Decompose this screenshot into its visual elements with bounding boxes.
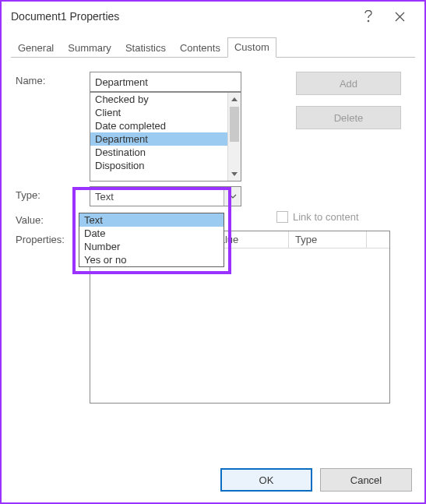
list-item[interactable]: Department — [90, 132, 227, 146]
help-icon — [364, 10, 373, 23]
name-col: Checked by Client Date completed Departm… — [90, 72, 241, 182]
close-button[interactable] — [384, 5, 415, 28]
scrollbar[interactable] — [227, 93, 241, 181]
tab-bar: General Summary Statistics Contents Cust… — [11, 37, 415, 58]
scroll-down-icon[interactable] — [228, 167, 241, 181]
dropdown-arrow[interactable] — [224, 187, 241, 206]
name-suggestion-list[interactable]: Checked by Client Date completed Departm… — [90, 92, 241, 182]
properties-dialog: Document1 Properties General Summary Sta… — [0, 0, 426, 504]
list-item[interactable]: Date completed — [90, 119, 227, 132]
chevron-down-icon — [229, 194, 237, 199]
type-row: Type: Text — [16, 186, 410, 206]
tab-custom[interactable]: Custom — [227, 37, 276, 58]
close-icon — [395, 12, 405, 22]
dropdown-item[interactable]: Yes or no — [79, 253, 224, 266]
list-item[interactable]: Checked by — [90, 93, 227, 106]
list-item[interactable]: Client — [90, 106, 227, 119]
help-button[interactable] — [353, 5, 384, 28]
dialog-buttons: OK Cancel — [220, 468, 412, 492]
link-to-content-label: Link to content — [293, 211, 359, 223]
add-button[interactable]: Add — [296, 72, 401, 95]
link-to-content-checkbox[interactable] — [276, 211, 288, 223]
list-item[interactable]: Disposition — [90, 159, 227, 172]
type-select-value: Text — [90, 191, 224, 203]
tab-statistics[interactable]: Statistics — [118, 38, 173, 58]
name-label: Name: — [16, 72, 90, 86]
svg-point-0 — [368, 20, 369, 22]
action-buttons: Add Delete — [296, 72, 401, 140]
delete-button[interactable]: Delete — [296, 106, 401, 129]
tab-contents[interactable]: Contents — [173, 38, 227, 58]
dropdown-item[interactable]: Text — [79, 213, 224, 227]
list-item[interactable]: Destination — [90, 146, 227, 159]
type-select[interactable]: Text — [90, 186, 241, 206]
scroll-up-icon[interactable] — [228, 93, 241, 106]
cancel-button[interactable]: Cancel — [320, 468, 412, 492]
type-label: Type: — [16, 186, 90, 201]
tab-general[interactable]: General — [11, 38, 61, 58]
type-dropdown-list[interactable]: Text Date Number Yes or no — [79, 213, 224, 267]
window-title: Document1 Properties — [11, 10, 353, 23]
dropdown-item[interactable]: Date — [79, 227, 224, 240]
ok-button[interactable]: OK — [220, 468, 312, 492]
custom-tab-panel: Add Delete Name: Checked by Client Date … — [2, 58, 424, 404]
dropdown-item[interactable]: Number — [79, 240, 224, 253]
col-type[interactable]: Type — [289, 231, 367, 248]
tab-summary[interactable]: Summary — [61, 38, 118, 58]
col-extra[interactable] — [367, 231, 389, 248]
titlebar: Document1 Properties — [2, 2, 424, 31]
scroll-thumb[interactable] — [230, 107, 239, 142]
link-to-content-row: Link to content — [276, 211, 359, 223]
name-input[interactable] — [90, 72, 241, 92]
